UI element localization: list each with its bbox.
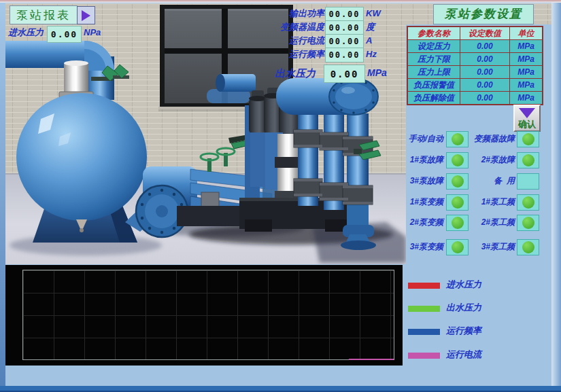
status-label: 手动/自动 — [400, 135, 443, 143]
trend-chart — [5, 265, 403, 366]
param-unit: MPa — [510, 79, 542, 91]
param-unit: MPa — [510, 53, 542, 65]
status-lamp-pump3-mains — [517, 239, 539, 255]
legend-label: 进水压力 — [446, 280, 481, 289]
settings-table: 参数名称 设定数值 单位 设定压力 0.00 MPa 压力下限 0.00 MPa… — [407, 26, 543, 105]
confirm-triangle-icon — [519, 108, 535, 118]
screen-edge-bottom — [0, 386, 561, 392]
status-lamp-pump2-mains — [517, 215, 539, 231]
play-icon — [82, 10, 90, 21]
lamp-dot — [522, 133, 534, 145]
lamp-dot — [522, 241, 534, 253]
readout-label: 变频器温度 — [269, 22, 324, 32]
status-lamp-pump1-fault — [446, 152, 469, 168]
status-lamp-pump1-vfd — [446, 194, 469, 211]
readout-value: 00.00 — [325, 48, 364, 63]
outlet-pressure-unit: MPa — [367, 68, 387, 78]
param-value-field[interactable]: 0.00 — [460, 53, 509, 65]
pump-station-hmi-screen: 泵站报表 进水压力 0.00 NPa 输出功率 00.00 KW 变频器温度 0… — [0, 0, 561, 392]
legend-label: 运行电流 — [446, 350, 481, 359]
legend-swatch — [408, 329, 440, 335]
confirm-button[interactable]: 确认 — [513, 105, 541, 132]
status-label: 备 用 — [469, 177, 515, 185]
inlet-pressure-label: 进水压力 — [8, 28, 44, 37]
legend-swatch — [408, 306, 440, 312]
readout-unit: 度 — [366, 22, 375, 32]
lamp-dot — [452, 133, 464, 145]
readout-label: 运行电流 — [269, 36, 324, 46]
param-name: 设定压力 — [408, 40, 460, 52]
settings-col-header: 单位 — [510, 27, 542, 39]
param-value-field[interactable]: 0.00 — [460, 40, 509, 52]
param-unit: MPa — [510, 40, 542, 52]
lamp-dot — [452, 175, 464, 188]
status-label: 2#泵变频 — [400, 218, 443, 227]
settings-col-header: 设定数值 — [460, 27, 509, 39]
readout-label: 输出功率 — [269, 9, 324, 18]
settings-panel-title: 泵站参数设置 — [433, 4, 534, 24]
lamp-dot — [522, 196, 534, 209]
status-label: 变频器故障 — [469, 135, 515, 143]
param-value-field[interactable]: 0.00 — [460, 66, 509, 78]
lamp-dot — [452, 154, 464, 166]
status-lamp-spare — [517, 173, 539, 190]
pressure-tank — [16, 60, 147, 243]
readout-label: 运行频率 — [269, 50, 324, 59]
readout-value: 00.00 — [325, 34, 364, 49]
status-label: 3#泵故障 — [400, 177, 443, 185]
lamp-dot — [522, 217, 534, 229]
report-button-label: 泵站报表 — [16, 7, 71, 23]
confirm-button-label: 确认 — [515, 118, 539, 130]
current-trace — [349, 359, 394, 360]
lamp-dot — [452, 241, 464, 253]
readout-unit: Hz — [366, 50, 377, 59]
inlet-pressure-unit: NPa — [84, 28, 101, 37]
status-label: 3#泵工频 — [469, 243, 515, 251]
readout-unit: A — [366, 36, 372, 46]
inlet-pressure-value: 0.00 — [47, 26, 82, 43]
inlet-feed-pipe — [5, 41, 114, 100]
status-label: 2#泵工频 — [469, 218, 515, 227]
outlet-pressure-label: 出水压力 — [275, 68, 316, 79]
legend-label: 出水压力 — [446, 303, 481, 313]
status-label: 1#泵工频 — [469, 198, 515, 207]
status-lamp-pump2-fault — [517, 152, 539, 168]
legend-swatch — [408, 283, 440, 289]
legend-swatch — [408, 353, 440, 359]
report-nav-button[interactable] — [77, 6, 95, 24]
wall-valve — [113, 65, 129, 79]
readout-value: 00.00 — [325, 7, 364, 22]
status-label: 3#泵变频 — [400, 243, 443, 251]
screen-edge-top — [0, 0, 561, 3]
param-name: 负压解除值 — [408, 92, 460, 104]
readout-unit: KW — [366, 9, 381, 18]
outlet-pressure-value: 0.00 — [324, 65, 365, 83]
status-label: 1#泵故障 — [400, 156, 443, 164]
trend-plot-area — [22, 270, 394, 360]
param-name: 压力下限 — [408, 53, 460, 65]
param-unit: MPa — [510, 66, 542, 78]
param-value-field[interactable]: 0.00 — [460, 92, 509, 104]
lamp-dot — [452, 196, 464, 209]
report-button[interactable]: 泵站报表 — [10, 5, 78, 24]
lamp-dot — [522, 154, 534, 166]
status-lamp-pump3-fault — [446, 173, 469, 190]
status-label: 2#泵故障 — [469, 156, 515, 164]
param-name: 压力上限 — [408, 66, 460, 78]
screen-edge-left — [0, 0, 5, 392]
status-lamp-pump3-vfd — [446, 239, 469, 255]
settings-col-header: 参数名称 — [408, 27, 460, 39]
status-lamp-pump2-vfd — [446, 215, 469, 231]
param-name: 负压报警值 — [408, 79, 460, 91]
lamp-dot — [452, 217, 464, 229]
status-lamp-pump1-mains — [517, 194, 539, 211]
legend-label: 运行频率 — [446, 326, 481, 336]
readout-value: 00.00 — [325, 20, 364, 35]
status-lamp-manual-auto — [446, 131, 469, 147]
param-unit: MPa — [510, 92, 542, 104]
screen-edge-right — [551, 0, 561, 392]
wall-pipe-stub — [216, 74, 256, 92]
status-label: 1#泵变频 — [400, 198, 443, 207]
status-lamp-vfd-fault — [517, 131, 539, 147]
param-value-field[interactable]: 0.00 — [460, 79, 509, 91]
